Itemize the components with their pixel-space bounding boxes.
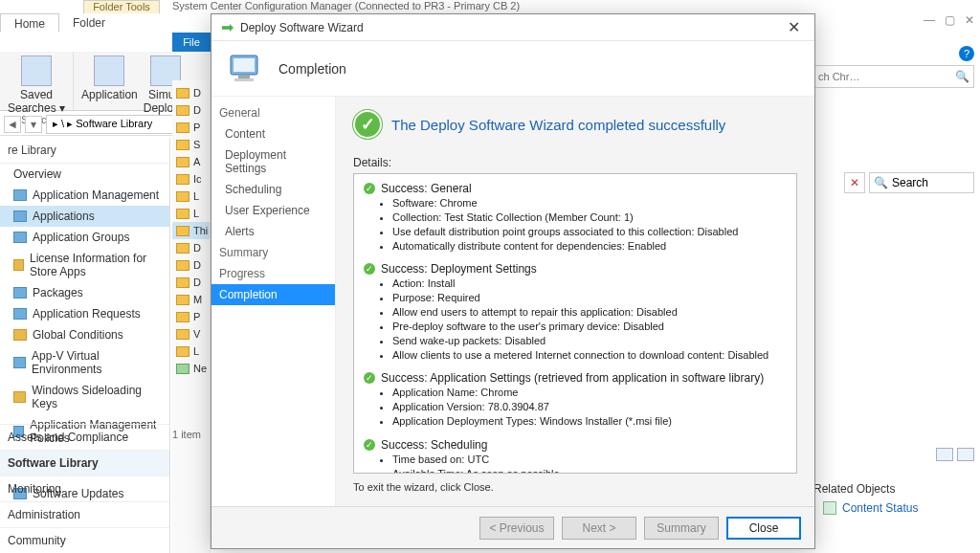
- list-item[interactable]: D: [172, 84, 210, 101]
- window-maximize-button[interactable]: ▢: [945, 13, 955, 27]
- wizard-step-user-experience[interactable]: User Experience: [212, 200, 335, 221]
- nav-appv[interactable]: App-V Virtual Environments: [0, 345, 169, 380]
- list-item[interactable]: L: [172, 205, 210, 222]
- detail-item: Software: Chrome: [392, 196, 787, 210]
- workspace-community[interactable]: Community: [0, 527, 170, 553]
- window-close-button[interactable]: ✕: [965, 13, 974, 27]
- folder-icon: [176, 191, 189, 202]
- workspace-administration[interactable]: Administration: [0, 501, 170, 527]
- list-item[interactable]: L: [172, 343, 210, 360]
- view-details-icon[interactable]: [957, 448, 974, 461]
- saved-searches-icon: [21, 55, 52, 86]
- nav-application-groups[interactable]: Application Groups: [0, 227, 169, 248]
- ribbon-tab-folder[interactable]: Folder: [59, 13, 119, 33]
- workspace-monitoring[interactable]: Monitoring: [0, 476, 170, 501]
- workspace-assets[interactable]: Assets and Compliance: [0, 424, 170, 450]
- folder-icon: [176, 277, 189, 288]
- nav-header: re Library: [0, 138, 169, 164]
- nav-applications[interactable]: Applications: [0, 206, 169, 227]
- wizard-steps-nav: General Content Deployment Settings Sche…: [212, 97, 336, 506]
- nav-global-conditions[interactable]: Global Conditions: [0, 324, 169, 345]
- deploy-software-wizard: ➡ Deploy Software Wizard ✕ Completion Ge…: [211, 13, 815, 549]
- wizard-step-progress[interactable]: Progress: [212, 263, 335, 284]
- folder-icon: [176, 122, 189, 133]
- ribbon-file-tab[interactable]: File: [172, 33, 211, 52]
- detail-item: Application Deployment Types: Windows In…: [392, 414, 787, 429]
- wizard-close-button[interactable]: Close: [726, 517, 801, 540]
- packages-icon: [13, 287, 27, 299]
- wizard-page-title: Completion: [278, 61, 346, 77]
- list-item[interactable]: D: [172, 274, 210, 291]
- workspace-software-library[interactable]: Software Library: [0, 450, 170, 476]
- applications-icon: [13, 210, 27, 222]
- window-minimize-button[interactable]: —: [924, 13, 935, 27]
- nav-application-requests[interactable]: Application Requests: [0, 303, 169, 324]
- list-item[interactable]: A: [172, 153, 210, 170]
- nav-overview[interactable]: Overview: [0, 164, 169, 185]
- list-item[interactable]: V: [172, 325, 210, 343]
- help-icon[interactable]: ?: [959, 46, 974, 61]
- nav-back-button[interactable]: ◄: [4, 116, 21, 133]
- details-section-general: ✓Success: General Software: Chrome Colle…: [364, 182, 787, 253]
- check-icon: ✓: [364, 183, 375, 194]
- list-item[interactable]: D: [172, 239, 210, 256]
- list-item[interactable]: P: [172, 119, 210, 136]
- svg-rect-3: [234, 78, 254, 81]
- nav-fwd-button[interactable]: ▾: [25, 116, 42, 133]
- search-field[interactable]: 🔍 Search: [869, 172, 974, 193]
- list-item[interactable]: M: [172, 291, 210, 308]
- detail-item: Action: Install: [392, 276, 787, 291]
- folder-icon: [176, 226, 189, 236]
- create-application-button[interactable]: Application: [81, 55, 138, 115]
- saved-searches-button[interactable]: Saved Searches ▾: [8, 55, 65, 115]
- completion-details-box[interactable]: ✓Success: General Software: Chrome Colle…: [353, 173, 797, 474]
- check-icon: ✓: [364, 439, 375, 451]
- folder-icon: [176, 346, 189, 357]
- wizard-step-content[interactable]: Content: [212, 123, 335, 144]
- wizard-step-summary[interactable]: Summary: [212, 242, 335, 263]
- nav-sideloading-keys[interactable]: Windows Sideloading Keys: [0, 380, 169, 414]
- workspace-switcher: Assets and Compliance Software Library M…: [0, 424, 170, 553]
- wizard-step-scheduling[interactable]: Scheduling: [212, 179, 335, 200]
- folder-icon: [176, 174, 189, 185]
- folder-icon: [176, 140, 189, 150]
- details-label: Details:: [353, 156, 797, 169]
- quick-search-input[interactable]: [818, 71, 955, 82]
- ribbon-tab-home[interactable]: Home: [0, 13, 59, 33]
- nav-license-info[interactable]: License Information for Store Apps: [0, 248, 169, 282]
- list-item[interactable]: D: [172, 101, 210, 119]
- computer-icon: [225, 48, 267, 90]
- quick-search-box[interactable]: 🔍: [813, 65, 974, 88]
- status-item-count: 1 item: [172, 429, 201, 440]
- nav-application-management[interactable]: Application Management: [0, 185, 169, 206]
- details-section-scheduling: ✓Success: Scheduling Time based on: UTC …: [364, 438, 787, 474]
- wizard-summary-button: Summary: [644, 517, 719, 540]
- view-list-icon[interactable]: [936, 448, 953, 461]
- list-item[interactable]: L: [172, 188, 210, 205]
- folder-icon: [176, 295, 189, 305]
- list-item[interactable]: Ic: [172, 170, 210, 188]
- detail-item: Allow clients to use a metered Internet …: [392, 348, 787, 363]
- wizard-step-deployment-settings[interactable]: Deployment Settings: [212, 144, 335, 179]
- wizard-step-general[interactable]: General: [212, 102, 335, 123]
- app-groups-icon: [13, 232, 27, 243]
- clear-filter-button[interactable]: ✕: [844, 172, 865, 193]
- details-section-deployment-settings: ✓Success: Deployment Settings Action: In…: [364, 262, 787, 362]
- related-content-status-link[interactable]: Content Status: [813, 501, 974, 515]
- folder-icon: [176, 312, 189, 322]
- wizard-close-button[interactable]: ✕: [780, 18, 807, 36]
- list-item[interactable]: Thi: [172, 222, 210, 239]
- wizard-previous-button: < Previous: [479, 517, 554, 540]
- list-item-new[interactable]: Ne: [172, 360, 210, 377]
- folder-list: D D P S A Ic L L Thi D D D M P V L Ne: [172, 80, 211, 553]
- application-icon: [94, 55, 124, 86]
- list-item[interactable]: S: [172, 136, 210, 153]
- wizard-step-completion[interactable]: Completion: [212, 284, 335, 305]
- nav-packages[interactable]: Packages: [0, 282, 169, 303]
- folder-icon: [176, 105, 189, 116]
- list-item[interactable]: D: [172, 256, 210, 274]
- list-item[interactable]: P: [172, 308, 210, 325]
- search-icon[interactable]: 🔍: [955, 70, 969, 83]
- wizard-step-alerts[interactable]: Alerts: [212, 221, 335, 242]
- detail-item: Pre-deploy software to the user's primar…: [392, 320, 787, 334]
